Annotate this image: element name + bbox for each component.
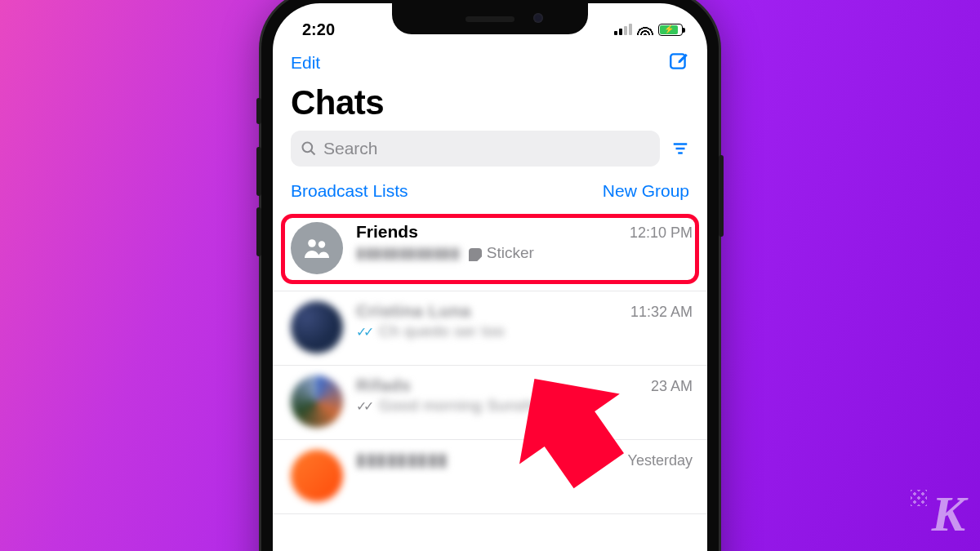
chat-preview-blurred: Ch quedo ser too — [379, 322, 505, 340]
chat-sender-blurred: ▮▮▮▮▮▮▮▮▮▮▮▮: — [356, 243, 464, 262]
chat-list: Friends 12:10 PM ▮▮▮▮▮▮▮▮▮▮▮▮: Sticker C… — [273, 212, 707, 514]
svg-point-1 — [303, 143, 313, 153]
broadcast-lists-link[interactable]: Broadcast Lists — [291, 181, 408, 201]
wifi-icon — [637, 24, 653, 35]
phone-screen: 2:20 ⚡ Edit Chats — [273, 3, 707, 551]
chat-name-blurred: ▮▮▮▮▮▮▮▮▮ — [356, 450, 448, 469]
nav-bar: Edit — [273, 44, 707, 78]
edit-button[interactable]: Edit — [291, 53, 320, 73]
phone-frame: 2:20 ⚡ Edit Chats — [261, 0, 719, 551]
sticker-icon — [469, 248, 482, 261]
avatar — [291, 222, 343, 274]
cellular-signal-icon — [614, 24, 632, 35]
watermark-logo: K — [932, 485, 962, 543]
chat-item-friends[interactable]: Friends 12:10 PM ▮▮▮▮▮▮▮▮▮▮▮▮: Sticker — [273, 212, 707, 291]
search-placeholder: Search — [323, 139, 378, 158]
chat-preview-blurred: Good morning Sunshine — [379, 397, 555, 415]
svg-point-7 — [318, 241, 325, 247]
chat-time: 12:10 PM — [630, 224, 693, 242]
chat-item[interactable]: Cristina Luna 11:32 AM ✓✓ Ch quedo ser t… — [273, 291, 707, 366]
chat-name-blurred: Cristina Luna — [356, 301, 471, 321]
sun-emoji: ☀️ — [559, 397, 577, 415]
chat-item[interactable]: ▮▮▮▮▮▮▮▮▮ Yesterday — [273, 440, 707, 514]
page-title: Chats — [273, 78, 707, 131]
chat-item[interactable]: Rifads 23 AM ✓✓ Good morning Sunshine ☀️ — [273, 366, 707, 440]
avatar — [291, 375, 343, 428]
chat-time: 23 AM — [651, 378, 693, 395]
chat-name: Friends — [356, 222, 418, 242]
svg-point-6 — [308, 239, 316, 247]
chat-preview-label: Sticker — [487, 244, 534, 262]
read-ticks-icon: ✓✓ — [356, 324, 371, 340]
svg-line-2 — [311, 151, 315, 155]
svg-rect-0 — [670, 54, 684, 68]
compose-icon — [668, 51, 689, 72]
battery-icon: ⚡ — [658, 24, 683, 36]
search-icon — [301, 140, 317, 157]
delivered-ticks-icon: ✓✓ — [356, 398, 371, 414]
chat-time: 11:32 AM — [630, 304, 693, 321]
search-input[interactable]: Search — [291, 131, 660, 167]
filter-icon[interactable] — [671, 140, 689, 158]
avatar — [291, 301, 343, 353]
compose-button[interactable] — [668, 51, 689, 75]
group-icon — [302, 233, 332, 263]
chat-name-blurred: Rifads — [356, 375, 411, 395]
avatar — [291, 450, 343, 502]
status-time: 2:20 — [302, 20, 335, 39]
chat-time: Yesterday — [628, 452, 693, 469]
new-group-link[interactable]: New Group — [603, 181, 689, 201]
phone-notch — [392, 3, 588, 34]
